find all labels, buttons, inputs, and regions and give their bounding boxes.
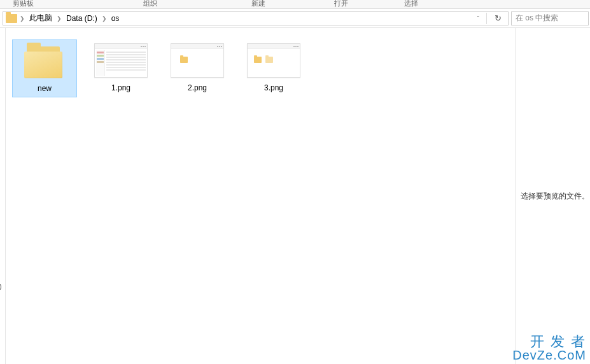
image-thumbnail <box>247 43 300 78</box>
item-label: 2.png <box>188 83 207 92</box>
file-item-2png[interactable]: 2.png <box>165 39 230 96</box>
ribbon-group-open: 打开 <box>334 0 348 8</box>
ribbon-group-clipboard: 剪贴板 <box>13 0 34 8</box>
search-input[interactable]: 在 os 中搜索 <box>511 11 589 25</box>
chevron-right-icon[interactable]: ❯ <box>101 15 108 22</box>
breadcrumb-os[interactable]: os <box>109 14 122 23</box>
ribbon-group-labels: 剪贴板 组织 新建 打开 选择 <box>0 0 590 9</box>
preview-pane: 选择要预览的文件。 <box>515 28 590 364</box>
image-thumbnail <box>94 43 148 78</box>
search-placeholder: 在 os 中搜索 <box>516 13 558 24</box>
folder-item-new[interactable]: new <box>12 39 77 97</box>
address-row: ❯ 此电脑 ❯ Data (D:) ❯ os ˅ ↻ 在 os 中搜索 <box>0 9 590 28</box>
image-thumbnail <box>171 43 224 78</box>
file-list-pane[interactable]: new 1.png 2.png 3.png <box>6 28 515 364</box>
item-label: 1.png <box>111 83 130 92</box>
address-dropdown-icon[interactable]: ˅ <box>474 15 482 22</box>
item-label: new <box>38 84 52 93</box>
body-area: - Persona :) new 1.png 2.png <box>0 28 590 364</box>
breadcrumb-this-pc[interactable]: 此电脑 <box>27 13 54 24</box>
folder-icon <box>6 14 17 23</box>
item-label: 3.png <box>264 83 283 92</box>
address-bar[interactable]: ❯ 此电脑 ❯ Data (D:) ❯ os ˅ ↻ <box>3 11 509 25</box>
preview-message: 选择要预览的文件。 <box>517 191 589 202</box>
chevron-right-icon[interactable]: ❯ <box>55 15 63 22</box>
ribbon-group-select: 选择 <box>404 0 418 8</box>
file-item-1png[interactable]: 1.png <box>88 39 153 96</box>
ribbon-group-organize: 组织 <box>143 0 157 8</box>
folder-icon <box>24 44 65 78</box>
breadcrumb-data-d[interactable]: Data (D:) <box>64 14 99 23</box>
ribbon-group-new: 新建 <box>251 0 265 8</box>
sidebar-item[interactable]: :) <box>0 283 2 290</box>
file-item-3png[interactable]: 3.png <box>241 39 306 96</box>
chevron-right-icon[interactable]: ❯ <box>18 15 26 22</box>
divider <box>486 13 487 24</box>
navigation-pane[interactable]: - Persona :) <box>0 28 6 364</box>
refresh-icon[interactable]: ↻ <box>491 13 505 23</box>
